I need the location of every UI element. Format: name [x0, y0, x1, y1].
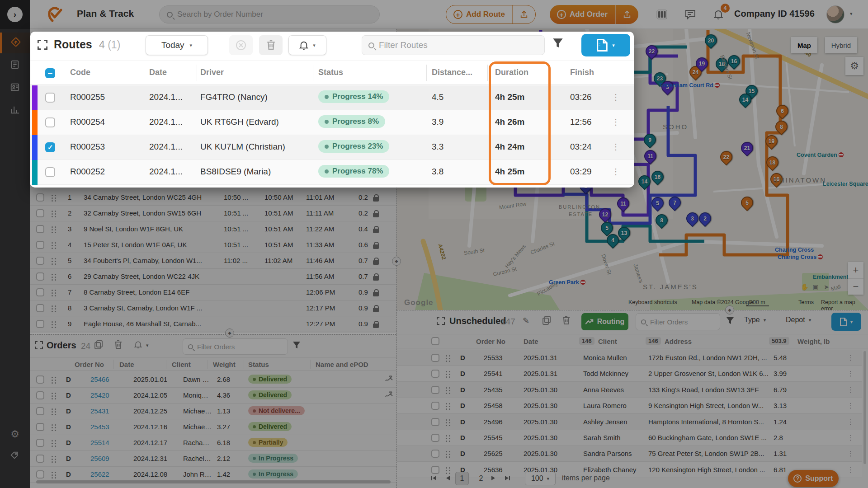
route-notifications-button[interactable]: ▾	[288, 35, 326, 55]
drag-handle-icon[interactable]	[51, 272, 57, 282]
prev-page-button[interactable]	[443, 473, 453, 483]
routes-column-header[interactable]: Driver	[200, 68, 224, 77]
route-menu-kebab[interactable]: ⋮	[612, 118, 620, 126]
expand-unscheduled-icon[interactable]	[437, 317, 445, 327]
stop-checkbox[interactable]	[36, 241, 44, 249]
order-checkbox[interactable]	[36, 375, 44, 384]
panel-resize-handle-vertical[interactable]: ◆	[392, 257, 401, 266]
unscheduled-column-weight[interactable]: Weight, lb	[797, 338, 830, 345]
orders-column-header[interactable]: Client	[172, 361, 191, 368]
orders-column-header[interactable]: Order No	[75, 361, 104, 368]
map-zoom-control[interactable]: +−	[848, 262, 863, 295]
unscheduled-row[interactable]: D255332025.01.31Monica Mullen172b Euston…	[397, 350, 862, 366]
edit-pencil-icon[interactable]: ✎	[523, 316, 529, 326]
unscheduled-vertical-scrollbar[interactable]	[863, 351, 866, 464]
order-number-link[interactable]: 25609	[90, 455, 109, 462]
drag-handle-icon[interactable]	[51, 439, 57, 448]
document-template-button[interactable]: ▾	[831, 313, 861, 331]
expand-sidebar-button[interactable]: ›	[7, 7, 23, 22]
report-map-error-link[interactable]: Report a map error	[821, 299, 868, 310]
orders-column-header[interactable]: Name and ePOD	[316, 361, 368, 368]
unscheduled-checkbox[interactable]	[431, 434, 439, 442]
drag-handle-icon[interactable]	[445, 434, 451, 443]
unscheduled-menu-kebab[interactable]: ⋮	[847, 354, 854, 361]
unscheduled-order-link[interactable]: 25545	[484, 434, 503, 441]
drag-handle-icon[interactable]	[445, 402, 451, 411]
order-row[interactable]: D254532024.12.16Michael ...3.27Delivered…	[30, 419, 396, 435]
stop-row[interactable]: 534 Foubert's Pl, Carnaby, London W1...1…	[30, 253, 396, 269]
drag-handle-icon[interactable]	[445, 370, 451, 379]
drag-handle-icon[interactable]	[51, 304, 57, 313]
depot-dropdown[interactable]: Depot▾	[786, 316, 811, 324]
stop-row[interactable]: 629 Carnaby Street, London WC22 4JK11:56…	[30, 269, 396, 285]
drag-handle-icon[interactable]	[51, 407, 57, 416]
route-row[interactable]: R0002552024.1...FG4TRO (Nancy)Progress 1…	[30, 85, 634, 110]
route-checkbox[interactable]	[45, 142, 55, 152]
support-button[interactable]: ?Support	[788, 470, 839, 487]
bell-icon[interactable]	[134, 340, 142, 351]
lock-icon[interactable]	[373, 276, 379, 281]
unscheduled-menu-kebab[interactable]: ⋮	[847, 434, 854, 441]
stop-row[interactable]: 134 Carnaby Street, London WC25 4GH10:50…	[30, 190, 396, 206]
route-menu-kebab[interactable]: ⋮	[612, 93, 620, 101]
drag-handle-icon[interactable]	[445, 450, 451, 459]
drag-handle-icon[interactable]	[51, 193, 57, 202]
order-checkbox[interactable]	[36, 439, 44, 447]
lock-icon[interactable]	[373, 292, 379, 296]
unscheduled-menu-kebab[interactable]: ⋮	[847, 450, 854, 457]
page-number-button[interactable]: 1	[455, 472, 469, 485]
stop-checkbox[interactable]	[36, 272, 44, 281]
stop-checkbox[interactable]	[36, 320, 44, 328]
routes-column-header[interactable]: Status	[318, 68, 343, 77]
route-row[interactable]: R0002542024.1...UK RT6GH (Edvard)Progres…	[30, 110, 634, 135]
page-number-button[interactable]: 2	[474, 472, 488, 485]
trash-icon[interactable]	[562, 316, 570, 327]
import-orders-button[interactable]	[616, 5, 638, 24]
unscheduled-column-order-no[interactable]: Order No	[476, 338, 505, 345]
order-row[interactable]: D256092024.12.31Rachel C...2.12In Progre…	[30, 451, 396, 467]
drag-handle-icon[interactable]	[51, 391, 57, 400]
route-checkbox[interactable]	[45, 93, 55, 103]
stop-checkbox[interactable]	[36, 257, 44, 265]
order-row[interactable]: D254312024.12.25Michael ...1.13Not deliv…	[30, 404, 396, 419]
type-dropdown[interactable]: Type▾	[744, 316, 766, 324]
import-routes-button[interactable]	[513, 5, 535, 23]
order-row[interactable]: D254202024.12.05Monique...4.36Delivered⋮	[30, 388, 396, 404]
next-page-button[interactable]	[488, 473, 499, 483]
unscheduled-row[interactable]: D255412025.01.31Todd Mckinney2 Upper Gro…	[397, 366, 862, 382]
routes-column-header[interactable]: Date	[149, 68, 167, 77]
lock-icon[interactable]	[373, 308, 379, 312]
keyboard-shortcuts-link[interactable]: Keyboard shortcuts	[628, 299, 677, 305]
order-checkbox[interactable]	[36, 407, 44, 415]
sidebar-item-routes[interactable]	[0, 33, 30, 53]
unscheduled-order-link[interactable]: 25496	[484, 418, 503, 426]
select-frame-icon[interactable]: ▣	[811, 283, 820, 291]
add-route-button[interactable]: +Add Route	[446, 5, 536, 24]
sidebar-item-tags[interactable]	[0, 446, 30, 467]
lock-icon[interactable]	[373, 324, 379, 328]
order-number-link[interactable]: 25622	[90, 470, 109, 478]
orders-filter-input[interactable]: Filter Orders	[183, 338, 288, 355]
unscheduled-row[interactable]: D256252025.01.30Sandra Parsons75 Great P…	[397, 446, 862, 462]
cancel-routes-button[interactable]	[229, 35, 253, 55]
bell-caret[interactable]: ▾	[146, 343, 149, 348]
route-checkbox[interactable]	[45, 167, 55, 177]
lock-icon[interactable]	[373, 213, 379, 217]
routing-button[interactable]: Routing	[581, 313, 628, 330]
unscheduled-checkbox[interactable]	[431, 450, 439, 458]
layout-columns-button[interactable]	[656, 9, 668, 20]
sidebar-item-orders[interactable]	[0, 55, 30, 76]
unscheduled-menu-kebab[interactable]: ⋮	[847, 418, 854, 425]
drag-handle-icon[interactable]	[51, 423, 57, 432]
expand-routes-icon[interactable]	[38, 40, 47, 52]
unscheduled-checkbox[interactable]	[431, 370, 439, 378]
zoom-out-button[interactable]: −	[848, 279, 863, 295]
orders-column-header[interactable]: Date	[119, 361, 134, 368]
stop-row[interactable]: 78 Carnaby Street, London E14 6EF12:06 P…	[30, 285, 396, 300]
unscheduled-order-link[interactable]: 25533	[484, 354, 503, 361]
drag-handle-icon[interactable]	[51, 257, 57, 266]
stop-checkbox[interactable]	[36, 193, 44, 202]
drag-handle-icon[interactable]	[445, 354, 451, 363]
order-number-link[interactable]: 25466	[90, 375, 109, 383]
routes-column-header[interactable]: Distance...	[432, 68, 472, 77]
